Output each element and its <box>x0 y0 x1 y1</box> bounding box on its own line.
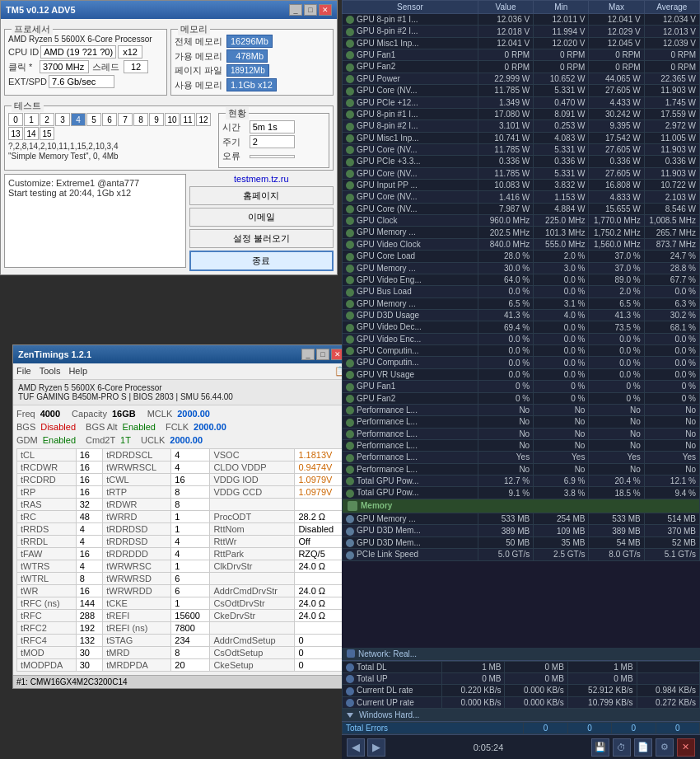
hw-sensor-val-1: 2.5 GT/s <box>534 549 589 560</box>
tm5-minimize-button[interactable]: _ <box>289 4 302 16</box>
hw-save-icon[interactable]: 💾 <box>591 738 609 757</box>
zen-capacity-val: 16GB <box>112 409 136 419</box>
hw-sensor-val-1: 5.331 W <box>534 85 589 96</box>
test-num-12[interactable]: 12 <box>196 113 211 126</box>
hw-sensor-label: GPU D3D Mem... <box>343 525 478 536</box>
hw-sensor-val-2: 12.029 V <box>589 26 644 37</box>
hw-sensor-val-2: 0 RPM <box>589 61 644 73</box>
test-num-11[interactable]: 11 <box>180 113 195 126</box>
zen-menu-tools[interactable]: Tools <box>40 366 61 377</box>
hw-sensor-val-1: No <box>534 439 589 451</box>
test-num-8[interactable]: 8 <box>133 113 148 126</box>
test-num-14[interactable]: 14 <box>24 127 39 140</box>
zen-menu-file[interactable]: File <box>16 366 31 377</box>
hw-sensor-val-3: 1,008.5 MHz <box>644 215 699 227</box>
hw-sensor-val-2: 0.0 % <box>589 333 644 344</box>
tm5-window-controls: _ □ ✕ <box>289 4 332 16</box>
hw-settings-icon[interactable]: ⚙ <box>656 738 674 757</box>
test-num-10[interactable]: 10 <box>165 113 180 126</box>
tm5-close-button[interactable]: ✕ <box>319 4 332 16</box>
hw-sensor-val-0: 1.416 W <box>478 191 533 203</box>
total-mem-row: 전체 메모리 16296Mb <box>175 35 329 48</box>
hw-sensor-row: PCIe Link Speed5.0 GT/s2.5 GT/s8.0 GT/s5… <box>343 549 700 560</box>
zen-info: AMD Ryzen 5 5600X 6-Core Processor TUF G… <box>13 380 349 405</box>
hw-sensor-label: Total GPU Pow... <box>343 487 478 499</box>
hw-sensor-row: Performance L...YesYesYesYes <box>343 452 700 463</box>
zen-fclk-label: FCLK <box>166 422 189 432</box>
hw-sensor-row: GPU Video Enc...0.0 %0.0 %0.0 %0.0 % <box>343 333 700 344</box>
total-errors-label: Total Errors <box>343 723 524 734</box>
test-num-0[interactable]: 0 <box>8 113 23 126</box>
current-col: 현황 시간 5m 1s 주기 2 오류 <box>218 113 329 168</box>
hw-sensor-label: GPU Core (NV... <box>343 203 478 214</box>
cycle-value: 2 <box>250 135 295 148</box>
hw-sensor-val-1: No <box>534 463 589 475</box>
hw-sensor-val-2: 0 % <box>589 381 644 392</box>
hw-sensor-val-0: 64.0 % <box>478 274 533 285</box>
stop-button[interactable]: 종료 <box>189 251 334 271</box>
hw-sensor-val-3: 22.365 W <box>644 73 699 84</box>
hw-sensor-val-3: No <box>644 439 699 451</box>
test-num-6[interactable]: 6 <box>102 113 117 126</box>
hw-sensor-val-1: 4.0 % <box>534 309 589 321</box>
test-num-2[interactable]: 2 <box>40 113 54 126</box>
hw-sensor-label: GPU Core (NV... <box>343 191 478 203</box>
extspd-row: EXT/SPD 7.6 Gb/sec <box>8 75 163 88</box>
hw-sensor-val-3: 9.4 % <box>644 487 699 499</box>
hw-sensor-val-0: 22.999 W <box>478 73 533 84</box>
zen-title: ZenTimings 1.2.1 <box>18 349 91 359</box>
test-num-13[interactable]: 13 <box>8 127 23 140</box>
zen-timing-row: tRFC2192tREFI (ns)7800 <box>17 622 346 635</box>
hw-nav-right[interactable]: ▶ <box>367 738 385 757</box>
hw-sensor-val-3: 0 % <box>644 392 699 404</box>
hw-clock-icon[interactable]: ⏱ <box>613 738 631 757</box>
zen-timing-row: tRP16tRTP8VDDG CCD1.0979V <box>17 486 346 499</box>
cpu-name: AMD Ryzen 5 5600X 6-Core Processor <box>8 35 152 44</box>
hw-sensor-val-2: 18.5 % <box>589 487 644 499</box>
hw-sensor-val-2: 15.655 W <box>589 203 644 214</box>
hw-sensor-val-0: 12.041 V <box>478 37 533 49</box>
hw-windows-section-title: Windows Hard... <box>342 709 700 722</box>
zen-menu: File Tools Help 📋 <box>13 363 349 380</box>
error-value <box>250 155 295 158</box>
test-num-3[interactable]: 3 <box>55 113 70 126</box>
test-num-4[interactable]: 4 <box>71 113 86 126</box>
test-num-15[interactable]: 15 <box>40 127 54 140</box>
zen-minimize-button[interactable]: _ <box>301 349 315 360</box>
hw-sensor-val-0: 41.3 % <box>478 309 533 321</box>
pattern2-text: "Simple Memory Test", 0, 4Mb <box>8 152 215 161</box>
time-value: 5m 1s <box>250 120 295 134</box>
zen-timing-row: tMODPDA30tMRDPDA20CkeSetup0 <box>17 659 346 672</box>
tm5-maximize-button[interactable]: □ <box>304 4 317 16</box>
hwinfo-table-wrapper[interactable]: Sensor Value Min Max Average GPU 8-pin #… <box>342 0 700 648</box>
zen-maximize-button[interactable]: □ <box>316 349 329 360</box>
hw-nav-left[interactable]: ◀ <box>347 738 365 757</box>
hw-sensor-val-1: 1.153 W <box>534 191 589 203</box>
test-num-7[interactable]: 7 <box>118 113 133 126</box>
hw-sensor-val-0: 0.0 % <box>478 368 533 380</box>
zen-bottom-bar: #1: CMW16GX4M2C3200C14 <box>13 675 349 688</box>
total-errors-v2: 0 <box>567 723 611 734</box>
zen-bgs-val: Disabled <box>40 422 76 432</box>
settings-button[interactable]: 설정 불러오기 <box>189 229 334 248</box>
homepage-button[interactable]: 홈페이지 <box>189 186 334 205</box>
hw-sensor-val-2: 9.395 W <box>589 120 644 132</box>
hw-sensor-val-0: 50 MB <box>478 536 533 548</box>
test-num-5[interactable]: 5 <box>86 113 101 126</box>
email-button[interactable]: 이메일 <box>189 208 334 227</box>
tm5-cpu-section: 프로세서 AMD Ryzen 5 5600X 6-Core Processor … <box>4 29 167 96</box>
hw-sensor-val-0: 389 MB <box>478 525 533 536</box>
extspd-label: EXT/SPD <box>8 77 47 87</box>
hw-report-icon[interactable]: 📄 <box>634 738 652 757</box>
zen-menu-help[interactable]: Help <box>68 366 87 377</box>
hw-sensor-val-3: 2.972 W <box>644 120 699 132</box>
hw-sensor-label: GPU VR Usage <box>343 368 478 380</box>
hw-sensor-val-0: Yes <box>478 452 533 463</box>
test-num-9[interactable]: 9 <box>149 113 164 126</box>
zen-timing-row: tMOD30tMRD8CsOdtSetup0 <box>17 647 346 659</box>
total-mem-label: 전체 메모리 <box>175 35 224 48</box>
tm5-top-sections: 프로세서 AMD Ryzen 5 5600X 6-Core Processor … <box>4 22 334 99</box>
test-num-1[interactable]: 1 <box>24 113 39 126</box>
hw-sensor-val-3: No <box>644 428 699 439</box>
hw-close-icon[interactable]: ✕ <box>677 738 695 757</box>
